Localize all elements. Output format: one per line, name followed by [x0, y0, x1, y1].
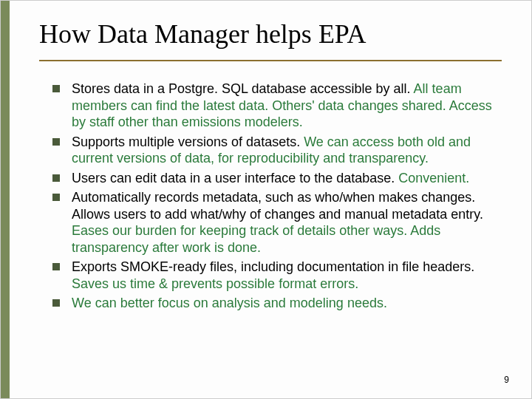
item-highlight: Convenient. [398, 171, 469, 185]
bullet-icon [52, 194, 60, 201]
list-item: Supports multiple versions of datasets. … [52, 134, 499, 167]
list-item: Stores data in a Postgre. SQL database a… [52, 81, 499, 131]
list-item: Users can edit data in a user interface … [52, 170, 499, 187]
item-text: Supports multiple versions of datasets. [72, 134, 304, 149]
item-text: Exports SMOKE-ready files, including doc… [72, 259, 474, 274]
item-highlight: Saves us time & prevents possible format… [72, 276, 358, 291]
bullet-icon [52, 85, 60, 92]
page-number: 9 [504, 375, 509, 385]
slide: How Data Manager helps EPA Stores data i… [0, 0, 532, 399]
item-highlight: Eases our burden for keeping track of de… [72, 223, 440, 255]
list-item: Exports SMOKE-ready files, including doc… [52, 259, 499, 292]
item-text: Automatically records metadata, such as … [72, 190, 483, 222]
bullet-icon [52, 299, 60, 307]
item-highlight: We can better focus on analysis and mode… [72, 296, 387, 310]
item-text: Users can edit data in a user interface … [72, 171, 398, 185]
title-underline [39, 60, 502, 61]
list-item: We can better focus on analysis and mode… [52, 295, 499, 312]
item-text: Stores data in a Postgre. SQL database a… [72, 81, 414, 96]
bullet-icon [52, 263, 60, 270]
bullet-icon [52, 138, 60, 146]
slide-title: How Data Manager helps EPA [39, 18, 502, 50]
bullet-icon [52, 174, 60, 182]
list-item: Automatically records metadata, such as … [52, 189, 499, 256]
slide-body: Stores data in a Postgre. SQL database a… [52, 81, 499, 315]
